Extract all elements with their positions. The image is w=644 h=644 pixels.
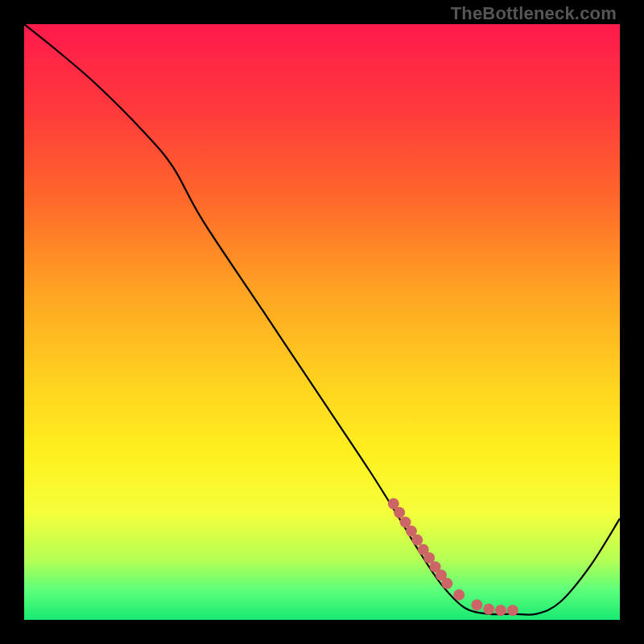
watermark-text: TheBottleneck.com: [451, 3, 617, 24]
highlight-dot: [394, 507, 405, 518]
gradient-background: [24, 24, 620, 620]
chart-svg: [24, 24, 620, 620]
highlight-dot: [495, 605, 506, 616]
highlight-dot: [471, 600, 482, 611]
chart-frame: TheBottleneck.com: [0, 0, 644, 644]
highlight-dot: [441, 578, 452, 589]
highlight-dot: [483, 604, 494, 615]
highlight-dot: [507, 605, 518, 616]
plot-area: [24, 24, 620, 620]
highlight-dot: [453, 589, 464, 601]
highlight-dot: [411, 535, 423, 546]
